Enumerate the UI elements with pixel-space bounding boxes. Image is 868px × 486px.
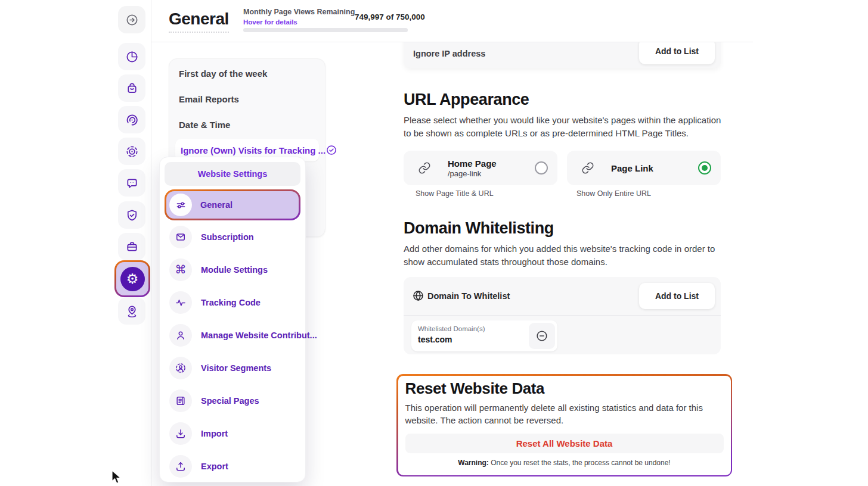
sidebar-item-ecommerce[interactable] [118, 74, 145, 102]
option-subtitle: /page-link [448, 169, 535, 178]
collapse-icon [125, 13, 139, 27]
menu-item-module-settings[interactable]: ⌘ Module Settings [165, 253, 300, 286]
reset-warning: Warning: Once you reset the stats, the p… [405, 459, 724, 467]
whitelisted-domain-value: test.com [418, 335, 452, 344]
radar-icon [125, 113, 139, 127]
remove-domain-button[interactable] [529, 323, 555, 349]
option-home-page[interactable]: Home Page /page-link [404, 151, 557, 185]
menu-item-label: Tracking Code [201, 298, 261, 307]
website-settings-menu: Website Settings General Subscription ⌘ … [159, 157, 306, 482]
submenu-item-first-day-of-week[interactable]: First day of the week [169, 61, 325, 86]
submenu-item-email-reports[interactable]: Email Reports [169, 86, 325, 112]
domain-whitelisting-heading: Domain Whitelisting [404, 219, 554, 238]
download-icon [175, 428, 187, 440]
link-icon [581, 161, 594, 175]
menu-item-import[interactable]: Import [165, 417, 300, 450]
whitelisted-domain-item: Whitelisted Domain(s) test.com [411, 320, 557, 351]
page-header: General Monthly Page Views Remaining Hov… [151, 0, 868, 42]
user-focus-icon [175, 362, 187, 374]
quota-label: Monthly Page Views Remaining [243, 8, 355, 16]
document-icon [175, 395, 187, 407]
reset-all-website-data-button[interactable]: Reset All Website Data [405, 434, 724, 453]
menu-item-tracking-code[interactable]: Tracking Code [165, 286, 300, 319]
location-icon [125, 304, 139, 318]
sidebar-item-recordings[interactable] [118, 138, 145, 165]
domain-to-whitelist-input[interactable]: Domain To Whitelist [427, 291, 510, 301]
command-icon: ⌘ [175, 264, 187, 275]
quota-progress-bar [243, 28, 408, 32]
menu-item-label: General [200, 200, 232, 210]
quota-details-link[interactable]: Hover for details [243, 18, 297, 26]
envelope-icon [175, 231, 187, 243]
user-icon [175, 329, 187, 341]
menu-item-label: Special Pages [201, 396, 259, 406]
sidebar-item-communication[interactable] [118, 169, 145, 197]
globe-icon [412, 289, 424, 302]
menu-item-label: Manage Website Contribut... [201, 331, 317, 340]
menu-item-export[interactable]: Export [165, 450, 300, 482]
menu-item-manage-website-contributors[interactable]: Manage Website Contribut... [165, 319, 300, 351]
divider [404, 315, 721, 316]
reset-heading: Reset Website Data [405, 379, 724, 398]
quota-value: 749,997 of 750,000 [355, 13, 425, 21]
menu-item-special-pages[interactable]: Special Pages [165, 384, 300, 417]
ignore-ip-input[interactable]: Ignore IP address [413, 49, 485, 58]
sidebar-item-settings-active-highlight: ⚙ [114, 260, 150, 297]
menu-item-label: Visitor Segments [201, 363, 271, 373]
upload-icon [175, 460, 187, 472]
whitelisted-domains-label: Whitelisted Domain(s) [418, 325, 485, 332]
option-title: Home Page [448, 158, 535, 169]
domain-whitelisting-description: Add other domains for which you added th… [404, 242, 724, 268]
radio-home-page[interactable] [535, 161, 548, 175]
menu-item-label: Module Settings [201, 265, 268, 275]
menu-item-label: Export [201, 462, 228, 471]
option-caption: Show Only Entire URL [576, 189, 651, 198]
warning-label: Warning: [458, 459, 489, 467]
menu-item-visitor-segments[interactable]: Visitor Segments [165, 351, 300, 384]
briefcase-icon [125, 240, 139, 254]
menu-item-label: Subscription [201, 232, 254, 242]
reset-section: Reset Website Data This operation will p… [398, 376, 731, 475]
reset-description: This operation will permanently delete a… [405, 401, 724, 427]
check-circle-icon [326, 144, 337, 156]
option-page-link[interactable]: Page Link [567, 151, 721, 185]
sliders-icon [175, 199, 187, 211]
link-icon [418, 161, 431, 175]
sidebar-item-settings[interactable]: ⚙ [116, 262, 148, 295]
website-settings-menu-title: Website Settings [165, 162, 300, 186]
bag-icon [125, 82, 139, 95]
sidebar-item-company[interactable] [118, 233, 145, 260]
option-title: Page Link [611, 163, 698, 173]
icon-sidebar: ⚙ [0, 0, 151, 486]
settings-gear-icon: ⚙ [126, 272, 139, 286]
sidebar-item-privacy[interactable] [118, 201, 145, 229]
sidebar-collapse-button[interactable] [118, 6, 145, 33]
menu-item-general[interactable]: General [166, 191, 299, 219]
chat-icon [125, 176, 139, 190]
shield-check-icon [125, 208, 139, 222]
reset-section-highlight: Reset Website Data This operation will p… [396, 374, 732, 476]
submenu-active-label: Ignore (Own) Visits for Tracking ... [181, 145, 326, 155]
domain-whitelist-card: Domain To Whitelist Add to List Whitelis… [404, 277, 721, 354]
menu-item-general-highlight: General [165, 189, 300, 220]
menu-item-subscription[interactable]: Subscription [165, 220, 300, 253]
submenu-item-date-time[interactable]: Date & Time [169, 112, 325, 138]
quota-progress-fill [243, 28, 408, 32]
radio-page-link-selected[interactable] [698, 161, 711, 175]
minus-circle-icon [535, 329, 548, 342]
page-title: General [169, 10, 229, 33]
sidebar-item-overview[interactable] [118, 43, 145, 70]
menu-item-label: Import [201, 429, 228, 438]
sidebar-item-behavior[interactable] [118, 106, 145, 133]
pulse-icon [175, 297, 187, 309]
url-appearance-heading: URL Appearance [404, 91, 529, 109]
warning-text: Once you reset the stats, the process ca… [489, 459, 671, 467]
focus-icon [125, 145, 139, 158]
url-appearance-description: Please select whether you would like you… [404, 114, 724, 139]
app-window: Ignore IP address Add to List URL Appear… [0, 0, 868, 486]
pie-chart-icon [125, 50, 139, 64]
sidebar-item-location[interactable] [118, 297, 145, 325]
option-caption: Show Page Title & URL [416, 189, 494, 198]
add-domain-to-list-button[interactable]: Add to List [639, 283, 715, 309]
